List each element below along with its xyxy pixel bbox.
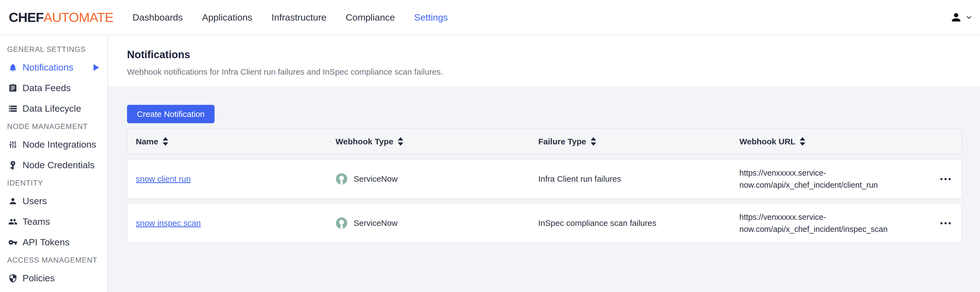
- column-header-webhook-url[interactable]: Webhook URL: [740, 137, 937, 146]
- notification-name-link[interactable]: snow inspec scan: [136, 219, 201, 228]
- sidebar-item-node-credentials[interactable]: Node Credentials: [0, 155, 107, 176]
- servicenow-logo-icon: [336, 217, 348, 229]
- table-header-row: Name Webhook Type Failure Type Webh: [127, 128, 962, 155]
- nav-item-applications[interactable]: Applications: [202, 12, 252, 23]
- sidebar-item-label: Policies: [22, 273, 55, 284]
- user-icon: [8, 196, 18, 206]
- users-icon: [8, 217, 18, 227]
- sidebar-item-label: Data Lifecycle: [22, 103, 81, 114]
- ellipsis-menu-icon[interactable]: [940, 220, 951, 227]
- create-notification-button[interactable]: Create Notification: [127, 105, 215, 123]
- sort-icon[interactable]: [800, 137, 805, 146]
- sort-icon[interactable]: [163, 137, 168, 146]
- logo-chef-text: CHEF: [9, 10, 44, 25]
- column-header-failure-type[interactable]: Failure Type: [538, 137, 740, 146]
- notifications-table: Name Webhook Type Failure Type Webh: [127, 128, 962, 243]
- sidebar-item-data-feeds[interactable]: Data Feeds: [0, 78, 107, 98]
- sidebar-item-label: Data Feeds: [22, 83, 71, 93]
- sidebar-section-identity: IDENTITY: [0, 176, 107, 191]
- primary-nav: Dashboards Applications Infrastructure C…: [132, 12, 448, 23]
- sidebar-item-label: Notifications: [22, 62, 73, 73]
- clipboard-icon: [8, 83, 18, 93]
- notification-name-cell: snow inspec scan: [136, 219, 336, 228]
- webhook-url-cell: https://venxxxxx.service-now.com/api/x_c…: [740, 167, 904, 191]
- user-menu[interactable]: [950, 11, 972, 24]
- sidebar-item-label: Users: [22, 196, 47, 206]
- failure-type-cell: Infra Client run failures: [538, 174, 740, 183]
- sidebar-section-access-management: ACCESS MANAGEMENT: [0, 252, 107, 268]
- failure-type-cell: InSpec compliance scan failures: [538, 219, 740, 228]
- key-icon: [8, 237, 18, 247]
- sidebar-item-policies[interactable]: Policies: [0, 268, 107, 289]
- page-description: Webhook notifications for Infra Client r…: [127, 67, 980, 77]
- sidebar-item-data-lifecycle[interactable]: Data Lifecycle: [0, 98, 107, 119]
- sidebar-item-label: Teams: [22, 216, 50, 227]
- sidebar-item-label: API Tokens: [22, 237, 69, 247]
- storage-icon: [8, 104, 18, 114]
- webhook-type-cell: ServiceNow: [336, 217, 538, 229]
- column-header-webhook-type[interactable]: Webhook Type: [336, 137, 538, 146]
- shield-icon: [8, 273, 18, 284]
- notification-name-link[interactable]: snow client run: [136, 174, 191, 183]
- main-content: Notifications Webhook notifications for …: [108, 35, 980, 292]
- top-nav-bar: CHEFAUTOMATE Dashboards Applications Inf…: [0, 0, 980, 35]
- column-header-name[interactable]: Name: [136, 137, 336, 146]
- table-row: snow inspec scan ServiceNow InSpec compl…: [127, 203, 962, 243]
- table-row: snow client run ServiceNow Infra Client …: [127, 159, 962, 199]
- sidebar-item-teams[interactable]: Teams: [0, 211, 107, 232]
- page-content: Create Notification Name Webhook Type Fa…: [108, 87, 980, 292]
- chef-automate-app: CHEFAUTOMATE Dashboards Applications Inf…: [0, 0, 980, 292]
- nav-item-settings[interactable]: Settings: [414, 12, 448, 23]
- sidebar-section-node-management: NODE MANAGEMENT: [0, 119, 107, 134]
- page-header: Notifications Webhook notifications for …: [108, 35, 980, 87]
- nav-item-infrastructure[interactable]: Infrastructure: [272, 12, 326, 23]
- active-item-arrow-icon: [94, 64, 99, 71]
- sliders-icon: [8, 139, 18, 150]
- logo-automate-text: AUTOMATE: [44, 10, 113, 25]
- settings-sidebar: GENERAL SETTINGS Notifications Data Feed…: [0, 35, 108, 292]
- nav-item-dashboards[interactable]: Dashboards: [132, 12, 183, 23]
- sidebar-item-node-integrations[interactable]: Node Integrations: [0, 134, 107, 155]
- ellipsis-menu-icon[interactable]: [940, 176, 951, 183]
- webhook-type-cell: ServiceNow: [336, 173, 538, 185]
- sidebar-item-notifications[interactable]: Notifications: [0, 57, 107, 78]
- person-icon: [950, 11, 963, 24]
- sidebar-item-users[interactable]: Users: [0, 191, 107, 211]
- key-vertical-icon: [8, 160, 18, 171]
- chevron-down-icon: [966, 14, 972, 21]
- servicenow-logo-icon: [336, 173, 348, 185]
- sidebar-section-general-settings: GENERAL SETTINGS: [0, 42, 107, 57]
- bell-icon: [8, 62, 18, 73]
- webhook-url-cell: https://venxxxxx.service-now.com/api/x_c…: [740, 211, 904, 235]
- sort-icon[interactable]: [591, 137, 596, 146]
- notification-name-cell: snow client run: [136, 174, 336, 183]
- sidebar-item-label: Node Credentials: [22, 160, 95, 171]
- chef-automate-logo[interactable]: CHEFAUTOMATE: [9, 10, 113, 25]
- sort-icon[interactable]: [398, 137, 403, 146]
- sidebar-item-api-tokens[interactable]: API Tokens: [0, 232, 107, 252]
- nav-item-compliance[interactable]: Compliance: [346, 12, 395, 23]
- page-title: Notifications: [127, 49, 980, 61]
- sidebar-item-label: Node Integrations: [22, 139, 96, 150]
